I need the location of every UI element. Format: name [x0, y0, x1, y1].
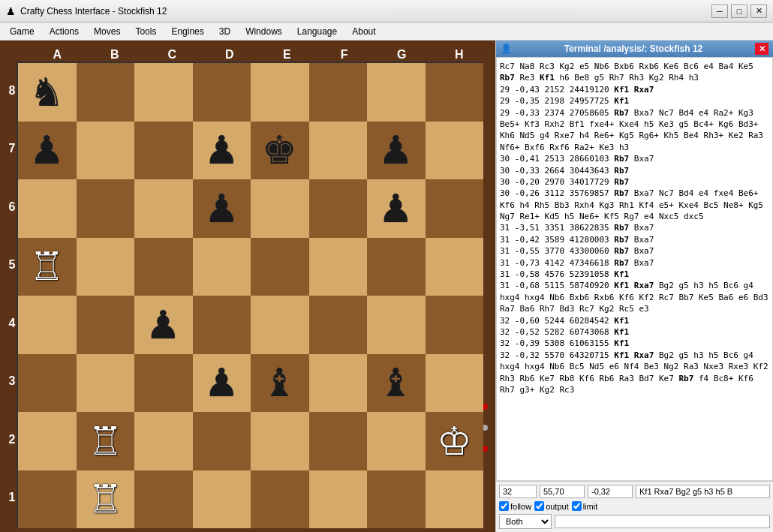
- square-h4[interactable]: [426, 296, 484, 354]
- square-c3[interactable]: [134, 354, 193, 413]
- square-e1[interactable]: [251, 470, 309, 529]
- square-h1[interactable]: [426, 470, 484, 529]
- square-c8[interactable]: [134, 63, 193, 122]
- menu-actions[interactable]: Actions: [43, 24, 86, 39]
- eval-field[interactable]: [588, 485, 633, 498]
- square-h3[interactable]: [426, 354, 484, 413]
- square-d3[interactable]: ♟: [193, 354, 251, 413]
- controls-row3: Both White Black: [499, 514, 770, 529]
- limit-checkbox-label[interactable]: limit: [572, 501, 598, 511]
- square-g5[interactable]: [367, 238, 426, 296]
- maximize-button[interactable]: □: [731, 5, 747, 18]
- square-b6[interactable]: [77, 179, 135, 238]
- square-c1[interactable]: [134, 470, 193, 529]
- square-b7[interactable]: [77, 122, 135, 180]
- follow-checkbox-label[interactable]: follow: [499, 501, 531, 511]
- menu-tools[interactable]: Tools: [128, 24, 163, 39]
- square-g6[interactable]: ♟: [367, 179, 426, 238]
- square-a4[interactable]: [18, 296, 77, 354]
- square-c6[interactable]: [134, 179, 193, 238]
- square-a3[interactable]: [18, 354, 77, 413]
- move-field[interactable]: [636, 485, 770, 498]
- terminal-output[interactable]: Rc7 Na8 Rc3 Kg2 e5 Nb6 Bxb6 Rxb6 Ke6 Bc6…: [496, 57, 773, 481]
- square-e2[interactable]: [251, 412, 309, 470]
- square-a7[interactable]: ♟: [18, 122, 77, 180]
- square-c7[interactable]: [134, 122, 193, 180]
- square-g7[interactable]: ♟: [367, 122, 426, 180]
- terminal-close-button[interactable]: ✕: [755, 43, 768, 55]
- square-f2[interactable]: [309, 412, 368, 470]
- square-e5[interactable]: [251, 238, 309, 296]
- square-d6[interactable]: ♟: [193, 179, 251, 238]
- menu-moves[interactable]: Moves: [87, 24, 127, 39]
- square-f8[interactable]: [309, 63, 368, 122]
- depth-field[interactable]: [499, 485, 537, 498]
- square-a6[interactable]: [18, 179, 77, 238]
- square-e4[interactable]: [251, 296, 309, 354]
- square-f5[interactable]: [309, 238, 368, 296]
- square-e7[interactable]: ♚: [251, 122, 309, 180]
- square-g8[interactable]: [367, 63, 426, 122]
- output-checkbox-label[interactable]: output: [534, 501, 569, 511]
- square-b4[interactable]: [77, 296, 135, 354]
- square-c2[interactable]: [134, 412, 193, 470]
- square-c5[interactable]: [134, 238, 193, 296]
- square-h2[interactable]: ♔: [426, 412, 484, 470]
- direction-select[interactable]: Both White Black: [499, 514, 552, 529]
- piece-black-♟: ♟: [378, 131, 414, 170]
- square-e8[interactable]: [251, 63, 309, 122]
- square-a8[interactable]: ♞: [18, 63, 77, 122]
- terminal-controls: follow output limit Both White Black: [496, 481, 773, 532]
- square-f3[interactable]: [309, 354, 368, 413]
- square-g4[interactable]: [367, 296, 426, 354]
- square-f1[interactable]: [309, 470, 368, 529]
- square-h8[interactable]: [426, 63, 484, 122]
- square-b8[interactable]: [77, 63, 135, 122]
- square-d1[interactable]: [193, 470, 251, 529]
- command-input[interactable]: [555, 515, 770, 528]
- square-h5[interactable]: [426, 238, 484, 296]
- square-g1[interactable]: [367, 470, 426, 529]
- limit-checkbox[interactable]: [572, 501, 582, 511]
- menu-bar: Game Actions Moves Tools Engines 3D Wind…: [0, 23, 773, 41]
- square-e6[interactable]: [251, 179, 309, 238]
- menu-about[interactable]: About: [345, 24, 382, 39]
- menu-language[interactable]: Language: [290, 24, 344, 39]
- square-g3[interactable]: ♝: [367, 354, 426, 413]
- piece-black-♟: ♟: [204, 189, 239, 228]
- score-field[interactable]: [540, 485, 585, 498]
- square-b3[interactable]: [77, 354, 135, 413]
- row-label-6: 6: [8, 178, 17, 236]
- menu-engines[interactable]: Engines: [164, 24, 210, 39]
- row-label-4: 4: [8, 294, 17, 353]
- square-c4[interactable]: ♟: [134, 296, 193, 354]
- square-d7[interactable]: ♟: [193, 122, 251, 180]
- row-labels: 8 7 6 5 4 3 2 1: [8, 62, 17, 527]
- square-a5[interactable]: ♖: [18, 238, 77, 296]
- square-g2[interactable]: [367, 412, 426, 470]
- square-d4[interactable]: [193, 296, 251, 354]
- square-f7[interactable]: [309, 122, 368, 180]
- square-d2[interactable]: [193, 412, 251, 470]
- square-f4[interactable]: [309, 296, 368, 354]
- menu-windows[interactable]: Windows: [239, 24, 289, 39]
- title-bar-controls: ─ □ ✕: [711, 5, 767, 18]
- output-checkbox[interactable]: [534, 501, 544, 511]
- square-d8[interactable]: [193, 63, 251, 122]
- square-b1[interactable]: ♖: [77, 470, 135, 529]
- square-h6[interactable]: [426, 179, 484, 238]
- square-b5[interactable]: [77, 238, 135, 296]
- square-h7[interactable]: [426, 122, 484, 180]
- square-e3[interactable]: ♝: [251, 354, 309, 413]
- menu-3d[interactable]: 3D: [212, 24, 237, 39]
- square-a2[interactable]: [18, 412, 77, 470]
- square-b2[interactable]: ♖: [77, 412, 135, 470]
- square-a1[interactable]: [18, 470, 77, 529]
- chess-board[interactable]: ♞♟♟♚♟♟♟♖♟♟♝♝♖♔♖: [17, 62, 482, 527]
- menu-game[interactable]: Game: [3, 24, 41, 39]
- square-f6[interactable]: [309, 179, 368, 238]
- follow-checkbox[interactable]: [499, 501, 509, 511]
- square-d5[interactable]: [193, 238, 251, 296]
- close-button[interactable]: ✕: [750, 5, 767, 18]
- minimize-button[interactable]: ─: [711, 5, 728, 18]
